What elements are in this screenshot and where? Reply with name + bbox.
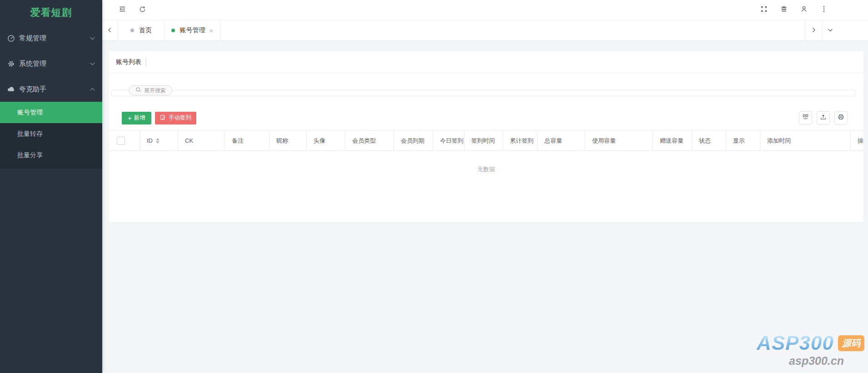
search-toggle-label: 展开搜索: [144, 87, 166, 94]
tabbar: 首页 账号管理 ×: [102, 20, 868, 41]
content-area: 账号列表 展开搜索 + 新增: [102, 41, 868, 373]
sidebar-submenu: 账号管理 批量转存 批量分享: [0, 102, 102, 169]
table-header-row: ID CK 备注 昵称 头像 会员类型 会员到期 今日签到 签到时间 累计签到 …: [109, 130, 863, 151]
more-dots-icon: [820, 5, 828, 15]
manual-signin-button[interactable]: 手动签到: [155, 112, 196, 124]
submenu-item-batch-transfer[interactable]: 批量转存: [0, 123, 102, 144]
column-header: 头像: [307, 131, 345, 150]
sidebar-item-quark[interactable]: 夸克助手: [0, 76, 102, 102]
chevron-down-icon: [90, 60, 95, 65]
sort-icon: [156, 138, 160, 144]
column-header: 添加时间: [760, 131, 851, 150]
chevron-right-icon: [811, 26, 816, 35]
add-button-label: 新增: [134, 114, 145, 122]
add-button[interactable]: + 新增: [122, 112, 151, 124]
search-icon: [135, 87, 141, 94]
column-header: 会员类型: [345, 131, 394, 150]
sidebar: 爱看短剧 常规管理 系统管理 夸克助手 账号管理 批量转存 批量分享: [0, 0, 102, 373]
column-header: CK: [178, 131, 225, 150]
select-all-cell: [109, 131, 140, 150]
submenu-item-accounts[interactable]: 账号管理: [0, 102, 102, 123]
watermark: ASP300 源码 asp300.cn: [757, 332, 864, 368]
tab-label: 账号管理: [180, 26, 205, 35]
tab-label: 首页: [139, 26, 152, 35]
columns-icon: [802, 114, 809, 122]
collapse-sidebar-button[interactable]: [112, 0, 132, 20]
fullscreen-icon: [760, 5, 768, 15]
tab-home[interactable]: 首页: [118, 20, 165, 40]
topbar-left: [102, 0, 152, 20]
watermark-badge: 源码: [838, 335, 864, 351]
app-logo: 爱看短剧: [0, 0, 102, 25]
tabbar-controls: [805, 20, 838, 40]
tab-list-button[interactable]: [822, 20, 838, 40]
card-header: 账号列表: [109, 51, 863, 73]
sidebar-item-general[interactable]: 常规管理: [0, 25, 102, 51]
search-toggle-pill[interactable]: 展开搜索: [129, 85, 172, 95]
signin-button-label: 手动签到: [169, 114, 191, 122]
gear-icon: [7, 60, 15, 68]
column-header: 昵称: [269, 131, 307, 150]
column-header: 会员到期: [394, 131, 433, 150]
fullscreen-button[interactable]: [754, 0, 774, 20]
empty-table-message: 无数据: [109, 151, 863, 222]
title-divider: [145, 58, 146, 67]
tab-prev-button[interactable]: [102, 20, 118, 40]
sidebar-item-system[interactable]: 系统管理: [0, 51, 102, 76]
sidebar-item-label: 系统管理: [19, 60, 91, 68]
topbar-right: [754, 0, 834, 20]
tab-dot: [171, 29, 175, 32]
column-header: 总容量: [538, 131, 585, 150]
chevron-down-icon: [90, 35, 95, 40]
page-title: 账号列表: [116, 58, 141, 66]
column-header: 使用容量: [585, 131, 653, 150]
account-list-card: 账号列表 展开搜索 + 新增: [109, 51, 863, 222]
print-button[interactable]: [834, 111, 848, 124]
column-header: 状态: [692, 131, 726, 150]
refresh-icon: [139, 5, 146, 15]
more-button[interactable]: [814, 0, 834, 20]
column-header: 今日签到: [433, 131, 464, 150]
column-header: 操作: [851, 131, 863, 150]
table-toolbar: + 新增 手动签到: [122, 111, 848, 124]
cloud-icon: [7, 85, 15, 93]
column-header: 备注: [225, 131, 269, 150]
print-icon: [838, 114, 844, 122]
topbar: [102, 0, 868, 20]
sidebar-item-label: 常规管理: [19, 34, 91, 43]
column-header: 累计签到: [503, 131, 538, 150]
column-header: 显示: [726, 131, 760, 150]
select-all-checkbox[interactable]: [117, 137, 125, 145]
tab-dot: [130, 29, 134, 32]
submenu-item-batch-share[interactable]: 批量分享: [0, 144, 102, 166]
table-tools: [799, 111, 848, 124]
refresh-button[interactable]: [132, 0, 152, 20]
trash-icon: [780, 5, 788, 15]
user-button[interactable]: [794, 0, 814, 20]
watermark-brand: ASP300: [757, 332, 834, 354]
column-header: 赠送容量: [653, 131, 692, 150]
column-header: 签到时间: [464, 131, 503, 150]
chevron-left-icon: [107, 26, 113, 35]
filter-columns-button[interactable]: [799, 111, 812, 124]
chevron-down-icon: [828, 26, 833, 35]
export-button[interactable]: [817, 111, 830, 124]
collapse-menu-icon: [118, 5, 126, 15]
watermark-site: asp300.cn: [757, 354, 844, 368]
main-area: 首页 账号管理 × 账号列表: [102, 0, 868, 373]
column-header-id[interactable]: ID: [140, 131, 178, 150]
tab-accounts[interactable]: 账号管理 ×: [165, 20, 220, 40]
tab-next-button[interactable]: [805, 20, 822, 40]
tab-close-icon[interactable]: ×: [210, 27, 214, 34]
export-icon: [820, 114, 827, 122]
plus-icon: +: [128, 114, 132, 121]
person-icon: [800, 5, 808, 15]
chevron-up-icon: [90, 88, 95, 92]
signin-doc-icon: [160, 114, 166, 122]
sidebar-item-label: 夸克助手: [19, 85, 91, 94]
search-fieldset: 展开搜索: [111, 90, 855, 96]
clear-cache-button[interactable]: [774, 0, 794, 20]
dashboard-icon: [7, 35, 15, 42]
